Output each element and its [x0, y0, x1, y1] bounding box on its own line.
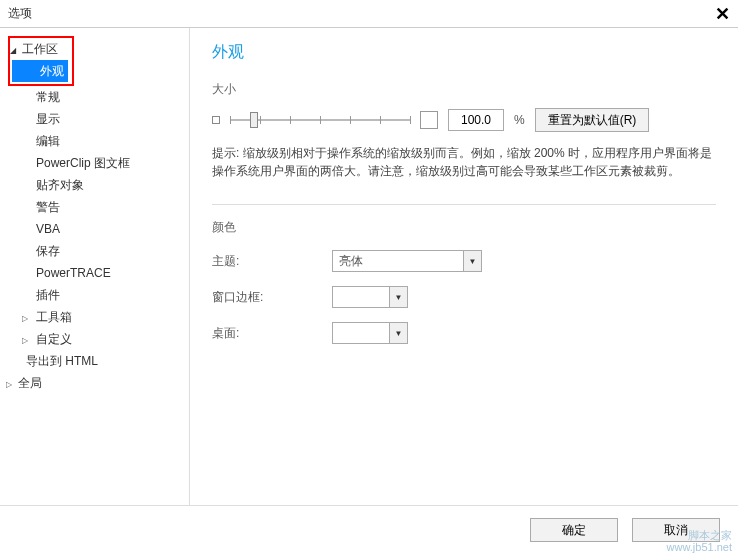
tree-powerclip[interactable]: PowerClip 图文框: [8, 152, 189, 174]
tree-display[interactable]: 显示: [8, 108, 189, 130]
chevron-down-icon: ▼: [389, 323, 407, 343]
border-label: 窗口边框:: [212, 289, 332, 306]
tree-warning[interactable]: 警告: [8, 196, 189, 218]
slider-thumb-icon[interactable]: [250, 112, 258, 128]
divider: [212, 204, 716, 205]
close-icon[interactable]: ✕: [715, 3, 730, 25]
reset-default-button[interactable]: 重置为默认值(R): [535, 108, 650, 132]
theme-combo[interactable]: 亮体 ▼: [332, 250, 482, 272]
footer: 确定 取消: [0, 506, 738, 554]
size-label: 大小: [212, 81, 716, 98]
tree-save[interactable]: 保存: [8, 240, 189, 262]
desktop-row: 桌面: ▼: [212, 322, 716, 344]
percent-label: %: [514, 113, 525, 127]
scale-input[interactable]: [448, 109, 504, 131]
desktop-combo[interactable]: ▼: [332, 322, 408, 344]
theme-label: 主题:: [212, 253, 332, 270]
tree-plugin[interactable]: 插件: [8, 284, 189, 306]
tree-snap[interactable]: 贴齐对象: [8, 174, 189, 196]
content-pane: 外观 大小 % 重置为默认值(R) 提示: 缩放级别相对于操作系统的缩放级别而言…: [190, 28, 738, 505]
window-title: 选项: [8, 5, 715, 22]
tree-export-html[interactable]: 导出到 HTML: [8, 350, 189, 372]
size-row: % 重置为默认值(R): [212, 108, 716, 132]
tree-edit[interactable]: 编辑: [8, 130, 189, 152]
chevron-down-icon: ▼: [389, 287, 407, 307]
tree-toolbox[interactable]: 工具箱: [8, 306, 189, 328]
color-label: 颜色: [212, 219, 716, 236]
tree-workspace[interactable]: 工作区: [12, 38, 68, 60]
ok-button[interactable]: 确定: [530, 518, 618, 542]
watermark: 脚本之家 www.jb51.net: [667, 529, 732, 553]
small-preview-icon: [212, 116, 220, 124]
border-combo[interactable]: ▼: [332, 286, 408, 308]
hint-text: 提示: 缩放级别相对于操作系统的缩放级别而言。例如，缩放 200% 时，应用程序…: [212, 144, 716, 180]
border-row: 窗口边框: ▼: [212, 286, 716, 308]
tree-appearance[interactable]: 外观: [12, 60, 68, 82]
highlight-annotation: 工作区 外观: [8, 36, 74, 86]
theme-row: 主题: 亮体 ▼: [212, 250, 716, 272]
titlebar: 选项 ✕: [0, 0, 738, 28]
theme-value: 亮体: [333, 251, 463, 271]
sidebar: 工作区 外观 常规 显示 编辑 PowerClip 图文框 贴齐对象 警告 VB…: [0, 28, 190, 505]
page-title: 外观: [212, 42, 716, 63]
scale-slider[interactable]: [230, 110, 410, 130]
dialog-body: 工作区 外观 常规 显示 编辑 PowerClip 图文框 贴齐对象 警告 VB…: [0, 28, 738, 506]
tree-custom[interactable]: 自定义: [8, 328, 189, 350]
desktop-value: [333, 323, 389, 343]
desktop-label: 桌面:: [212, 325, 332, 342]
tree-powertrace[interactable]: PowerTRACE: [8, 262, 189, 284]
tree-vba[interactable]: VBA: [8, 218, 189, 240]
chevron-down-icon: ▼: [463, 251, 481, 271]
border-value: [333, 287, 389, 307]
tree-global[interactable]: 全局: [8, 372, 189, 394]
tree-general[interactable]: 常规: [8, 86, 189, 108]
large-preview-icon: [420, 111, 438, 129]
